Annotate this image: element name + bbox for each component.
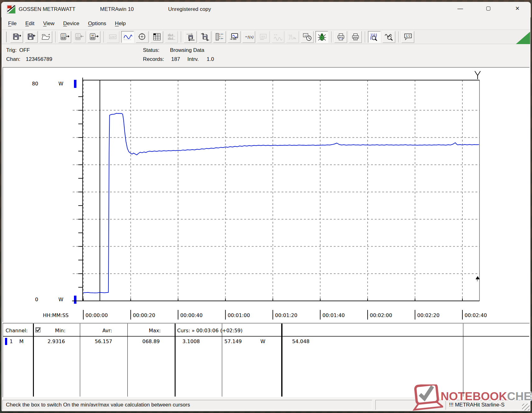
menu-bar: FileEditViewDeviceOptionsHelp <box>2 18 530 29</box>
store-settings-button[interactable] <box>199 31 211 43</box>
table-column-divider[interactable] <box>222 324 222 397</box>
interval-label: Intrv. <box>187 56 199 62</box>
table-view-button[interactable] <box>150 31 163 43</box>
transfer-settings-button[interactable] <box>184 31 197 43</box>
zoom-curve-icon <box>384 33 394 41</box>
monitor-icon <box>230 33 239 41</box>
records-label: Records: <box>143 56 164 62</box>
interval-value: 1.0 <box>207 56 214 62</box>
cursor-calc-checkbox[interactable] <box>35 327 41 333</box>
table-column-divider[interactable] <box>80 324 80 397</box>
x-tick-label: 00:01:00 <box>228 312 250 318</box>
floppy-sync-icon <box>200 33 210 41</box>
close-button[interactable]: ✕ <box>510 4 525 13</box>
status-value: Browsing Data <box>170 47 204 53</box>
table-column-divider[interactable] <box>33 324 34 397</box>
minimize-button[interactable]: — <box>453 4 467 13</box>
col-header-max: Max: <box>149 328 161 334</box>
stat-avr-value: 56.157 <box>95 338 112 344</box>
channel-settings-button[interactable]: 1:V=2:--3:A= <box>213 31 226 43</box>
stat-min-value: 2.9316 <box>48 338 65 344</box>
toolbar: 321321M12571:V=2:--3:A==ƒ(x)321121/2 <box>2 30 530 44</box>
toolbar-grip[interactable] <box>5 32 7 42</box>
svg-text:M: M <box>91 34 94 37</box>
clock-icon: 12 <box>303 33 312 41</box>
floppy-in-icon <box>27 33 36 41</box>
maximize-button[interactable] <box>481 4 495 13</box>
floppy-out-icon <box>12 33 21 41</box>
title-bar[interactable] <box>1 2 531 17</box>
col-header-min: Min: <box>55 328 66 334</box>
pulse-icon <box>288 33 297 41</box>
desktop: GOSSEN METRAWATT METRAwin 10 Unregistere… <box>0 0 532 413</box>
formula-button[interactable]: =ƒ(x) <box>242 31 255 43</box>
save-data-button[interactable] <box>10 31 23 43</box>
read-memory-button[interactable]: M <box>88 31 100 43</box>
open-file-button[interactable] <box>39 31 52 43</box>
annotation-button[interactable]: 1/2 <box>401 31 414 43</box>
x-tick-label: 00:02:00 <box>370 312 392 318</box>
print-preview-button[interactable] <box>334 31 347 43</box>
folder-open-icon <box>41 33 51 41</box>
chan-value: 123456789 <box>26 56 52 62</box>
menu-item-file[interactable]: File <box>4 19 21 28</box>
svg-text:1257: 1257 <box>110 36 116 39</box>
cursor-2-top-handle[interactable] <box>475 71 480 79</box>
save-as-button[interactable] <box>25 31 38 43</box>
formula-icon: =ƒ(x) <box>244 33 254 41</box>
printer-icon <box>351 33 360 41</box>
x-tick-label: 00:00:40 <box>180 312 203 318</box>
table-column-divider[interactable] <box>127 324 128 397</box>
svg-text:12: 12 <box>304 34 307 36</box>
table-column-divider[interactable] <box>463 324 463 397</box>
checkmark-icon <box>36 328 40 332</box>
zoom-curve-button[interactable] <box>383 31 395 43</box>
debug-button[interactable] <box>315 31 328 43</box>
menu-item-help[interactable]: Help <box>111 19 130 28</box>
menu-item-view[interactable]: View <box>39 19 59 28</box>
toolbar-separator <box>331 31 332 43</box>
resize-grip[interactable] <box>522 404 530 411</box>
maximize-icon <box>486 7 490 11</box>
grid-table-icon <box>152 33 162 41</box>
menu-item-edit[interactable]: Edit <box>21 19 39 28</box>
trend-plot[interactable]: 00:00:0000:00:2000:00:4000:01:0000:01:20… <box>0 67 530 322</box>
monitor-button[interactable] <box>228 31 241 43</box>
cursor-2-bottom-handle[interactable] <box>476 276 479 281</box>
time-settings-button[interactable]: 12 <box>301 31 314 43</box>
col-header-channel: Channel: <box>6 328 28 334</box>
svg-text:321: 321 <box>62 34 65 36</box>
svg-text:321: 321 <box>261 35 265 38</box>
menu-item-options[interactable]: Options <box>84 19 111 28</box>
channel-mode: M <box>19 338 24 344</box>
x-tick-label: 00:00:20 <box>133 312 155 318</box>
channels-icon: 1:V=2:--3:A= <box>215 33 224 41</box>
cursor-a-value: 3.1008 <box>182 338 200 344</box>
svg-text:1/2: 1/2 <box>406 34 410 38</box>
x-tick-label: 00:00:00 <box>85 312 108 318</box>
zoom-trend-button[interactable] <box>368 31 381 43</box>
x-tick-label: 00:02:20 <box>417 312 440 318</box>
x-tick-label: 00:01:40 <box>323 312 345 318</box>
menu-item-device[interactable]: Device <box>59 19 84 28</box>
histogram-view-button <box>165 31 178 43</box>
toolbar-separator <box>103 31 104 43</box>
scope-view-button[interactable] <box>136 31 149 43</box>
window-title-product: METRAwin 10 <box>100 6 134 12</box>
table-column-divider[interactable] <box>175 324 176 397</box>
col-header-avr: Avr: <box>102 328 112 334</box>
app-logo-icon <box>7 5 16 14</box>
read-device-button[interactable]: 321 <box>58 31 71 43</box>
table-column-divider[interactable] <box>281 324 282 397</box>
lcd-321-icon: 321 <box>259 33 268 41</box>
print-preview-icon <box>336 33 346 41</box>
status-panel-middle <box>375 400 443 410</box>
cursor-unit: W <box>260 338 265 344</box>
print-button[interactable] <box>349 31 362 43</box>
table-header-rule <box>3 336 529 337</box>
power-trace <box>83 113 479 293</box>
trend-view-button[interactable] <box>121 31 134 43</box>
svg-text:=ƒ(x): =ƒ(x) <box>245 35 253 39</box>
x-tick-label: 00:01:20 <box>275 312 297 318</box>
trig-value: OFF <box>19 47 30 53</box>
